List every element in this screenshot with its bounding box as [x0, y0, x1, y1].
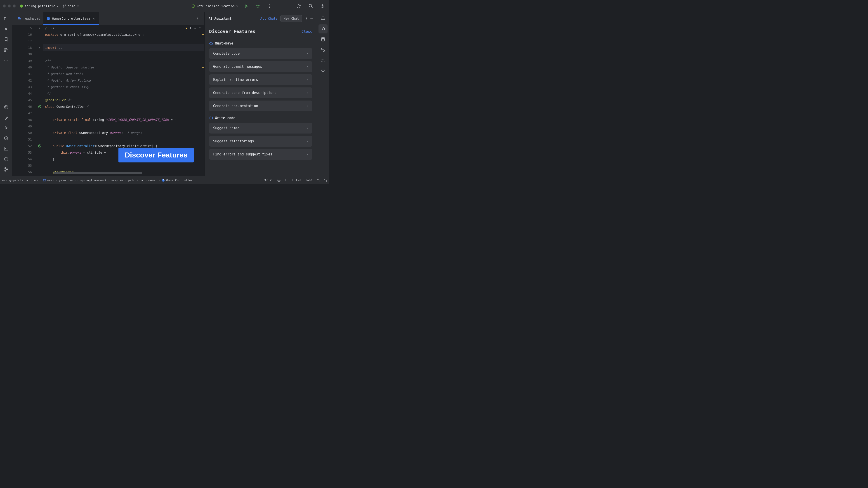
breadcrumb-segment[interactable]: springframework [80, 178, 106, 182]
fold-toggle[interactable]: › [39, 26, 40, 30]
ai-more-button[interactable] [305, 17, 308, 20]
warning-marker[interactable] [202, 67, 204, 68]
emoji-tool-button[interactable] [2, 103, 11, 111]
cursor-position[interactable]: 37:71 [264, 178, 273, 182]
reload-button[interactable] [318, 66, 328, 75]
breadcrumb-segment[interactable]: main [43, 178, 54, 182]
feature-item[interactable]: Generate code from descriptions› [209, 88, 312, 98]
vcs-tool-button[interactable] [2, 165, 11, 174]
code-line[interactable] [43, 51, 204, 57]
code-line[interactable]: /** [43, 57, 204, 64]
code-line[interactable]: */ [43, 90, 204, 97]
line-separator-icon[interactable] [277, 178, 281, 182]
project-tool-button[interactable] [2, 14, 11, 23]
tab-readme[interactable]: M↓ readme.md [15, 12, 43, 25]
build-tool-button[interactable] [2, 113, 11, 122]
code-line[interactable]: private static final String VIEWS_OWNER_… [43, 116, 204, 123]
breadcrumb-segment[interactable]: src [33, 178, 38, 182]
code-line[interactable]: * @author Michael Isvy [43, 84, 204, 90]
code-line[interactable] [43, 136, 204, 142]
file-encoding[interactable]: UTF-8 [292, 178, 301, 182]
feature-item[interactable]: Generate commit messages› [209, 61, 312, 72]
svg-point-20 [5, 106, 6, 107]
endpoints-button[interactable] [318, 45, 328, 54]
code-line[interactable] [43, 38, 204, 44]
code-line[interactable]: private final OwnerRepository owners; 7 … [43, 129, 204, 136]
feature-item[interactable]: Complete code› [209, 48, 312, 59]
horizontal-scrollbar[interactable] [54, 172, 142, 174]
code-line[interactable]: * @author Ken Krebs [43, 70, 204, 77]
maximize-window-icon[interactable] [13, 4, 16, 7]
svg-point-35 [306, 17, 307, 18]
structure-tool-button[interactable] [2, 45, 11, 54]
ai-close-link[interactable]: Close [302, 29, 312, 34]
web-endpoint-icon[interactable]: ˅ [66, 98, 72, 102]
ai-assistant-button[interactable] [318, 24, 328, 33]
editor[interactable]: 15›161718›383940414243444546474849505152… [12, 25, 204, 176]
feature-item[interactable]: Generate documentation› [209, 101, 312, 111]
code-line[interactable]: import ... [43, 44, 204, 51]
tab-label: readme.md [23, 17, 40, 20]
project-selector[interactable]: spring-petclinic [20, 4, 59, 8]
bookmarks-tool-button[interactable] [2, 35, 11, 44]
tab-owner-controller[interactable]: C OwnerController.java ✕ [43, 12, 99, 25]
code-line[interactable] [43, 110, 204, 116]
run-button[interactable] [242, 2, 250, 10]
feature-item[interactable]: Explain runtime errors› [209, 74, 312, 85]
run-tool-button[interactable] [2, 123, 11, 132]
breadcrumb-segment[interactable]: petclinic [128, 178, 144, 182]
readonly-icon[interactable] [316, 178, 320, 182]
close-window-icon[interactable] [3, 4, 6, 7]
breadcrumb-segment[interactable]: java [59, 178, 66, 182]
feature-item[interactable]: Suggest refactorings› [209, 136, 312, 147]
debug-button[interactable] [254, 2, 262, 10]
warning-marker[interactable] [202, 34, 204, 35]
code-line[interactable]: * @author Arjen Poutsma [43, 77, 204, 84]
feature-item[interactable]: Find errors and suggest fixes› [209, 149, 312, 160]
fold-toggle[interactable]: › [39, 46, 40, 50]
breadcrumb-segment[interactable]: samples [111, 178, 123, 182]
breadcrumb-segment[interactable]: oring-petclinic [2, 178, 29, 182]
run-config-selector[interactable]: PetClinicApplication [191, 4, 238, 8]
notifications-button[interactable] [318, 14, 328, 23]
error-stripe[interactable] [201, 25, 204, 176]
warning-icon: ▲ [185, 26, 187, 30]
breadcrumb-segment[interactable]: org [70, 178, 75, 182]
code-line[interactable]: class OwnerController { [43, 103, 204, 110]
commit-tool-button[interactable] [2, 24, 11, 33]
minimize-panel-button[interactable]: — [310, 16, 313, 21]
more-actions-button[interactable] [266, 2, 274, 10]
new-chat-button[interactable]: New Chat [280, 15, 302, 22]
maven-button[interactable]: m [318, 56, 328, 65]
settings-button[interactable] [319, 2, 327, 10]
database-button[interactable] [318, 35, 328, 44]
inspection-widget[interactable]: ▲ 1 ︿ ﹀ [185, 26, 202, 30]
code-line[interactable]: @Controller ˅ [43, 97, 204, 103]
code-line[interactable] [43, 162, 204, 169]
more-tools-button[interactable] [2, 56, 11, 65]
problems-tool-button[interactable] [2, 155, 11, 164]
gutter-run-icon[interactable] [38, 144, 41, 148]
terminal-tool-button[interactable] [2, 144, 11, 153]
all-chats-link[interactable]: All Chats [260, 17, 278, 20]
services-tool-button[interactable] [2, 134, 11, 143]
line-ending[interactable]: LF [285, 178, 288, 182]
branch-selector[interactable]: demo [63, 4, 79, 8]
tab-close-button[interactable]: ✕ [92, 17, 96, 20]
breadcrumb-segment[interactable]: owner [148, 178, 157, 182]
code-line[interactable]: /.../ [43, 25, 204, 31]
minimize-window-icon[interactable] [8, 4, 11, 7]
feature-item[interactable]: Suggest names› [209, 123, 312, 133]
code-line[interactable]: package org.springframework.samples.petc… [43, 31, 204, 38]
lock-icon[interactable] [324, 178, 327, 182]
breadcrumb-segment[interactable]: COwnerController [162, 178, 193, 182]
chevron-right-icon: › [306, 126, 308, 130]
prev-highlight-button[interactable]: ︿ [193, 26, 196, 30]
indent-setting[interactable]: Tab* [305, 178, 312, 182]
gutter-run-icon[interactable] [38, 105, 41, 108]
code-line[interactable]: * @author Juergen Hoeller [43, 64, 204, 70]
code-with-me-button[interactable] [295, 2, 303, 10]
code-line[interactable] [43, 123, 204, 129]
search-button[interactable] [307, 2, 315, 10]
tabs-more-button[interactable] [194, 15, 202, 22]
